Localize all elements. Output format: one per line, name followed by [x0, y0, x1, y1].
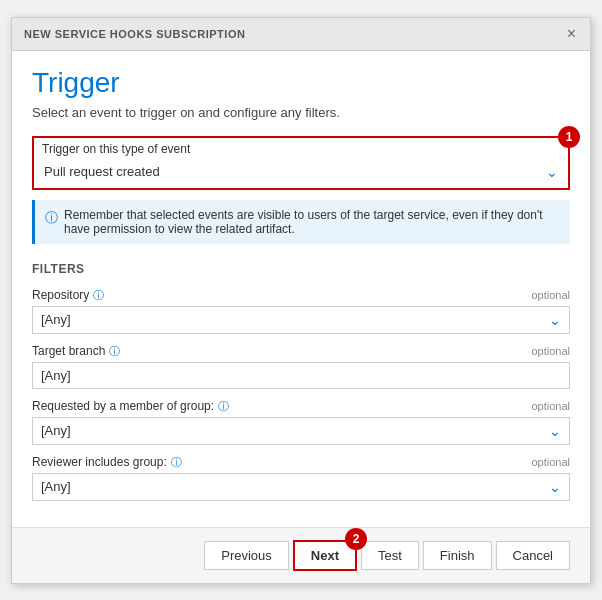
filter-label-repository: Repository ⓘ — [32, 288, 104, 303]
trigger-event-value: Pull request created — [44, 164, 160, 179]
filter-row-reviewer: Reviewer includes group: ⓘ optional [Any… — [32, 455, 570, 501]
close-button[interactable]: × — [565, 26, 578, 42]
filter-label-target-branch: Target branch ⓘ — [32, 344, 120, 359]
dialog: NEW SERVICE HOOKS SUBSCRIPTION × Trigger… — [11, 17, 591, 584]
filter-info-icon-requested-by[interactable]: ⓘ — [218, 399, 229, 414]
info-icon: ⓘ — [45, 209, 58, 227]
filter-label-reviewer: Reviewer includes group: ⓘ — [32, 455, 182, 470]
info-message-text: Remember that selected events are visibl… — [64, 208, 560, 236]
filter-optional-requested-by: optional — [531, 400, 570, 412]
test-button[interactable]: Test — [361, 541, 419, 570]
finish-button[interactable]: Finish — [423, 541, 492, 570]
trigger-event-section: 1 Trigger on this type of event Pull req… — [32, 136, 570, 190]
filter-select-repository[interactable]: [Any] ⌄ — [32, 306, 570, 334]
filter-value-requested-by: [Any] — [41, 423, 71, 438]
trigger-event-label: Trigger on this type of event — [42, 142, 560, 156]
next-button-wrapper: 2 Next — [293, 540, 357, 571]
dialog-header: NEW SERVICE HOOKS SUBSCRIPTION × — [12, 18, 590, 51]
filter-row-repository: Repository ⓘ optional [Any] ⌄ — [32, 288, 570, 334]
filter-info-icon-reviewer[interactable]: ⓘ — [171, 455, 182, 470]
trigger-chevron-icon: ⌄ — [546, 164, 558, 180]
reviewer-chevron-icon: ⌄ — [549, 479, 561, 495]
filter-select-requested-by[interactable]: [Any] ⌄ — [32, 417, 570, 445]
filter-value-target-branch: [Any] — [41, 368, 71, 383]
page-subtitle: Select an event to trigger on and config… — [32, 105, 570, 120]
filter-value-repository: [Any] — [41, 312, 71, 327]
filter-optional-reviewer: optional — [531, 456, 570, 468]
filter-select-reviewer[interactable]: [Any] ⌄ — [32, 473, 570, 501]
filter-info-icon-repository[interactable]: ⓘ — [93, 288, 104, 303]
repository-chevron-icon: ⌄ — [549, 312, 561, 328]
filter-optional-target-branch: optional — [531, 345, 570, 357]
page-title: Trigger — [32, 67, 570, 99]
filter-row-target-branch: Target branch ⓘ optional [Any] — [32, 344, 570, 389]
info-message-box: ⓘ Remember that selected events are visi… — [32, 200, 570, 244]
filter-input-target-branch[interactable]: [Any] — [32, 362, 570, 389]
filter-label-requested-by: Requested by a member of group: ⓘ — [32, 399, 229, 414]
step-1-badge: 1 — [558, 126, 580, 148]
requested-by-chevron-icon: ⌄ — [549, 423, 561, 439]
previous-button[interactable]: Previous — [204, 541, 289, 570]
filter-optional-repository: optional — [531, 289, 570, 301]
cancel-button[interactable]: Cancel — [496, 541, 570, 570]
filters-heading: FILTERS — [32, 262, 570, 276]
dialog-footer: Previous 2 Next Test Finish Cancel — [12, 527, 590, 583]
filter-info-icon-target-branch[interactable]: ⓘ — [109, 344, 120, 359]
dialog-title: NEW SERVICE HOOKS SUBSCRIPTION — [24, 28, 245, 40]
trigger-event-select[interactable]: Pull request created ⌄ — [42, 160, 560, 184]
filter-value-reviewer: [Any] — [41, 479, 71, 494]
filter-row-requested-by: Requested by a member of group: ⓘ option… — [32, 399, 570, 445]
dialog-body: Trigger Select an event to trigger on an… — [12, 51, 590, 527]
step-2-badge: 2 — [345, 528, 367, 550]
